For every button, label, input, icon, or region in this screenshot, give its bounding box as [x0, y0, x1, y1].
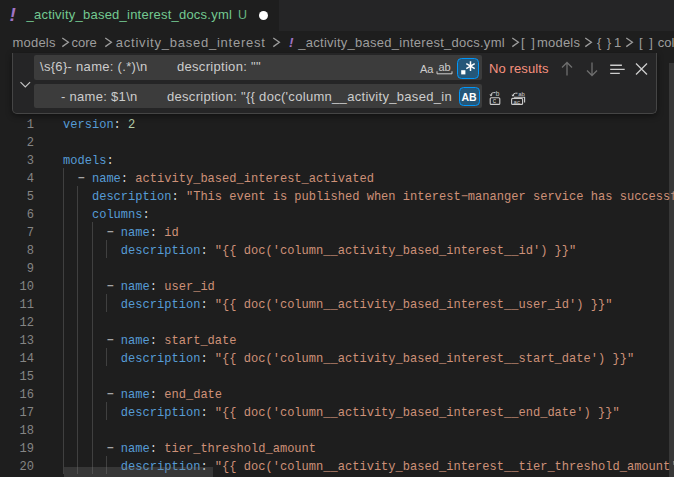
- svg-text:ac: ac: [514, 99, 520, 105]
- svg-text:b: b: [496, 91, 500, 97]
- svg-text:ab: ab: [518, 91, 525, 97]
- svg-text:ab: ab: [439, 61, 451, 73]
